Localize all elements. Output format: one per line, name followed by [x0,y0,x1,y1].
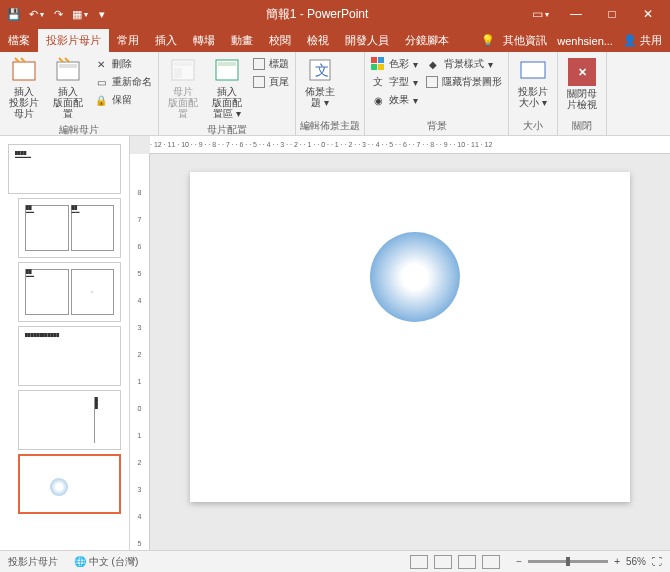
tab-home[interactable]: 常用 [109,29,147,52]
master-layout-button: 母片版面配置 [163,54,203,121]
group-label: 編輯佈景主題 [300,117,360,135]
svg-rect-10 [371,57,377,63]
effects-icon: ◉ [371,93,385,107]
horizontal-ruler: · 12 · 11 · 10 · · 9 · · 8 · · 7 · · 6 ·… [150,136,670,154]
fonts-button[interactable]: 文字型 ▾ [369,74,420,90]
tab-review[interactable]: 校閱 [261,29,299,52]
colors-button[interactable]: 色彩 ▾ [369,56,420,72]
tab-developer[interactable]: 開發人員 [337,29,397,52]
window-title: 簡報1 - PowerPoint [112,6,522,23]
zoom-in-button[interactable]: + [614,556,620,567]
status-lang[interactable]: 🌐 中文 (台灣) [74,555,138,569]
colors-icon [371,57,385,71]
themes-button[interactable]: 文 佈景主題 ▾ [300,54,340,110]
insert-slidemaster-button[interactable]: 插入投影片母片 [4,54,44,121]
tab-slidemaster[interactable]: 投影片母片 [38,29,109,52]
slide-canvas[interactable] [190,172,630,502]
group-label: 大小 [513,117,553,135]
share-button[interactable]: 👤 共用 [621,29,664,52]
tab-insert[interactable]: 插入 [147,29,185,52]
slide-size-icon [519,56,547,84]
checkbox-icon [253,76,265,88]
tab-transition[interactable]: 轉場 [185,29,223,52]
tab-file[interactable]: 檔案 [0,29,38,52]
insert-placeholder-button[interactable]: 插入版面配置區 ▾ [207,54,247,121]
theme-icon: 文 [306,56,334,84]
fit-window-button[interactable]: ⛶ [652,556,662,567]
user-account[interactable]: wenhsien... [555,31,615,51]
tellme-button[interactable]: 其他資訊 [501,29,549,52]
share-icon: 👤 [623,34,637,46]
lang-icon: 🌐 [74,556,86,567]
vertical-ruler: 87654321012345678 [130,154,150,550]
thumb-layout[interactable]: ████████████ [18,326,121,386]
maximize-button[interactable]: □ [594,0,630,28]
checkbox-icon [426,76,438,88]
undo-button[interactable]: ↶▾ [26,4,46,24]
close-icon: ✕ [568,58,596,86]
rename-icon: ▭ [94,75,108,89]
save-button[interactable]: 💾 [4,4,24,24]
slidemaster-icon [10,56,38,84]
circle-shape-icon [50,478,68,496]
redo-button[interactable]: ↷ [48,4,68,24]
tab-view[interactable]: 檢視 [299,29,337,52]
preserve-button[interactable]: 🔒保留 [92,92,154,108]
master-layout-icon [169,56,197,84]
insert-layout-button[interactable]: 插入版面配置 [48,54,88,121]
tab-animation[interactable]: 動畫 [223,29,261,52]
svg-rect-14 [521,62,545,78]
layout-icon [54,56,82,84]
minimize-button[interactable]: — [558,0,594,28]
svg-rect-2 [59,64,77,68]
group-label: 關閉 [562,117,602,135]
svg-rect-4 [174,62,192,66]
hidebg-checkbox[interactable]: 隱藏背景圖形 [424,74,504,90]
thumb-layout[interactable]: ███ [18,390,121,450]
delete-icon: ✕ [94,57,108,71]
tellme-icon: 💡 [481,34,495,47]
effects-button[interactable]: ◉效果 ▾ [369,92,420,108]
status-view: 投影片母片 [8,555,58,569]
title-checkbox[interactable]: 標題 [251,56,291,72]
svg-text:文: 文 [315,62,329,78]
thumb-master[interactable]: ████▬▬▬▬ [8,144,121,194]
bgstyles-button[interactable]: ◆背景樣式 ▾ [424,56,504,72]
customize-qa-button[interactable]: ▾ [92,4,112,24]
svg-rect-11 [378,57,384,63]
zoom-out-button[interactable]: − [516,556,522,567]
svg-rect-0 [13,62,35,80]
ribbon-options-button[interactable]: ▭▾ [522,0,558,28]
checkbox-icon [253,58,265,70]
svg-rect-5 [174,68,182,78]
slide-size-button[interactable]: 投影片大小 ▾ [513,54,553,110]
svg-rect-13 [378,64,384,70]
reading-view-button[interactable] [458,555,476,569]
zoom-level[interactable]: 56% [626,556,646,567]
placeholder-icon [213,56,241,84]
bgstyle-icon: ◆ [426,57,440,71]
svg-rect-7 [218,62,236,66]
fonts-icon: 文 [371,75,385,89]
preserve-icon: 🔒 [94,93,108,107]
delete-button[interactable]: ✕刪除 [92,56,154,72]
zoom-slider[interactable] [528,560,608,563]
slide-canvas-area: · 12 · 11 · 10 · · 9 · · 8 · · 7 · · 6 ·… [130,136,670,550]
thumb-layout[interactable]: ██▬▬▫ [18,262,121,322]
present-button[interactable]: ▦▾ [70,4,90,24]
tab-storyboard[interactable]: 分鏡腳本 [397,29,457,52]
normal-view-button[interactable] [410,555,428,569]
thumb-layout-selected[interactable] [18,454,121,514]
footer-checkbox[interactable]: 頁尾 [251,74,291,90]
thumbnail-panel: ████▬▬▬▬ ██▬▬██▬▬ ██▬▬▫ ████████████ ███ [0,136,130,550]
thumb-layout[interactable]: ██▬▬██▬▬ [18,198,121,258]
circle-shape[interactable] [370,232,460,322]
close-master-button[interactable]: ✕ 關閉母片檢視 [562,54,602,112]
sorter-view-button[interactable] [434,555,452,569]
close-window-button[interactable]: ✕ [630,0,666,28]
slideshow-view-button[interactable] [482,555,500,569]
group-label: 背景 [369,117,504,135]
svg-rect-12 [371,64,377,70]
rename-button[interactable]: ▭重新命名 [92,74,154,90]
